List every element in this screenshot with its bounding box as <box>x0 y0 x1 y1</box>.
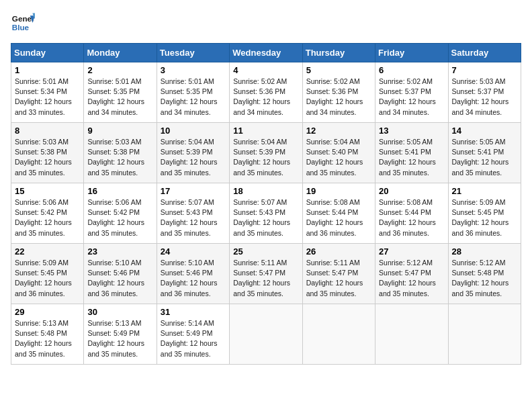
day-number: 11 <box>233 126 298 136</box>
day-number: 1 <box>15 65 80 75</box>
day-info: Sunrise: 5:02 AMSunset: 5:36 PMDaylight:… <box>306 77 371 118</box>
day-cell-28: 28 Sunrise: 5:12 AMSunset: 5:48 PMDaylig… <box>448 244 521 304</box>
day-info: Sunrise: 5:05 AMSunset: 5:41 PMDaylight:… <box>379 137 444 178</box>
weekday-thursday: Thursday <box>302 44 375 62</box>
day-number: 18 <box>233 186 298 196</box>
day-info: Sunrise: 5:09 AMSunset: 5:45 PMDaylight:… <box>15 258 80 299</box>
calendar-week-4: 22 Sunrise: 5:09 AMSunset: 5:45 PMDaylig… <box>11 244 521 304</box>
day-number: 29 <box>15 307 80 317</box>
day-cell-19: 19 Sunrise: 5:08 AMSunset: 5:44 PMDaylig… <box>302 183 375 244</box>
day-cell-27: 27 Sunrise: 5:12 AMSunset: 5:47 PMDaylig… <box>375 244 448 304</box>
day-info: Sunrise: 5:01 AMSunset: 5:35 PMDaylight:… <box>161 77 226 118</box>
day-info: Sunrise: 5:08 AMSunset: 5:44 PMDaylight:… <box>306 197 371 238</box>
day-cell-13: 13 Sunrise: 5:05 AMSunset: 5:41 PMDaylig… <box>375 123 448 183</box>
day-number: 8 <box>15 126 80 136</box>
day-cell-20: 20 Sunrise: 5:08 AMSunset: 5:44 PMDaylig… <box>375 183 448 244</box>
day-cell-29: 29 Sunrise: 5:13 AMSunset: 5:48 PMDaylig… <box>11 304 84 365</box>
day-info: Sunrise: 5:10 AMSunset: 5:46 PMDaylight:… <box>161 258 226 299</box>
day-cell-8: 8 Sunrise: 5:03 AMSunset: 5:38 PMDayligh… <box>11 123 84 183</box>
day-info: Sunrise: 5:14 AMSunset: 5:49 PMDaylight:… <box>161 318 226 359</box>
day-number: 16 <box>87 186 152 196</box>
empty-cell <box>302 304 375 365</box>
day-number: 9 <box>87 126 152 136</box>
day-cell-5: 5 Sunrise: 5:02 AMSunset: 5:36 PMDayligh… <box>302 62 375 123</box>
day-cell-31: 31 Sunrise: 5:14 AMSunset: 5:49 PMDaylig… <box>157 304 229 365</box>
day-info: Sunrise: 5:07 AMSunset: 5:43 PMDaylight:… <box>161 197 226 238</box>
logo-icon: General Blue <box>11 11 35 35</box>
day-number: 20 <box>379 186 444 196</box>
day-number: 6 <box>379 65 444 75</box>
logo: General Blue <box>11 11 35 35</box>
day-number: 2 <box>87 65 152 75</box>
day-info: Sunrise: 5:12 AMSunset: 5:47 PMDaylight:… <box>379 258 444 299</box>
day-cell-6: 6 Sunrise: 5:02 AMSunset: 5:37 PMDayligh… <box>375 62 448 123</box>
calendar-body: 1 Sunrise: 5:01 AMSunset: 5:34 PMDayligh… <box>11 62 521 365</box>
day-cell-14: 14 Sunrise: 5:05 AMSunset: 5:41 PMDaylig… <box>448 123 521 183</box>
day-info: Sunrise: 5:04 AMSunset: 5:39 PMDaylight:… <box>161 137 226 178</box>
day-cell-26: 26 Sunrise: 5:11 AMSunset: 5:47 PMDaylig… <box>302 244 375 304</box>
day-number: 14 <box>452 126 517 136</box>
day-info: Sunrise: 5:01 AMSunset: 5:35 PMDaylight:… <box>87 77 152 118</box>
weekday-saturday: Saturday <box>448 44 521 62</box>
day-info: Sunrise: 5:03 AMSunset: 5:38 PMDaylight:… <box>15 137 80 178</box>
day-cell-1: 1 Sunrise: 5:01 AMSunset: 5:34 PMDayligh… <box>11 62 84 123</box>
day-cell-30: 30 Sunrise: 5:13 AMSunset: 5:49 PMDaylig… <box>84 304 157 365</box>
day-cell-17: 17 Sunrise: 5:07 AMSunset: 5:43 PMDaylig… <box>157 183 229 244</box>
weekday-tuesday: Tuesday <box>157 44 229 62</box>
day-cell-9: 9 Sunrise: 5:03 AMSunset: 5:38 PMDayligh… <box>84 123 157 183</box>
day-cell-3: 3 Sunrise: 5:01 AMSunset: 5:35 PMDayligh… <box>157 62 229 123</box>
day-info: Sunrise: 5:07 AMSunset: 5:43 PMDaylight:… <box>233 197 298 238</box>
day-info: Sunrise: 5:06 AMSunset: 5:42 PMDaylight:… <box>15 197 80 238</box>
weekday-monday: Monday <box>84 44 157 62</box>
calendar-week-2: 8 Sunrise: 5:03 AMSunset: 5:38 PMDayligh… <box>11 123 521 183</box>
day-number: 30 <box>87 307 152 317</box>
day-cell-7: 7 Sunrise: 5:03 AMSunset: 5:37 PMDayligh… <box>448 62 521 123</box>
day-info: Sunrise: 5:04 AMSunset: 5:40 PMDaylight:… <box>306 137 371 178</box>
day-info: Sunrise: 5:04 AMSunset: 5:39 PMDaylight:… <box>233 137 298 178</box>
calendar-table: SundayMondayTuesdayWednesdayThursdayFrid… <box>11 43 521 365</box>
day-number: 24 <box>161 246 226 257</box>
day-number: 19 <box>306 186 371 196</box>
day-number: 4 <box>233 65 298 75</box>
day-cell-4: 4 Sunrise: 5:02 AMSunset: 5:36 PMDayligh… <box>230 62 302 123</box>
day-info: Sunrise: 5:10 AMSunset: 5:46 PMDaylight:… <box>87 258 152 299</box>
day-number: 3 <box>161 65 226 75</box>
weekday-header-row: SundayMondayTuesdayWednesdayThursdayFrid… <box>11 44 521 62</box>
empty-cell <box>375 304 448 365</box>
day-info: Sunrise: 5:02 AMSunset: 5:36 PMDaylight:… <box>233 77 298 118</box>
weekday-wednesday: Wednesday <box>230 44 302 62</box>
day-info: Sunrise: 5:11 AMSunset: 5:47 PMDaylight:… <box>233 258 298 299</box>
day-number: 15 <box>15 186 80 196</box>
empty-cell <box>230 304 302 365</box>
day-cell-25: 25 Sunrise: 5:11 AMSunset: 5:47 PMDaylig… <box>230 244 302 304</box>
day-info: Sunrise: 5:11 AMSunset: 5:47 PMDaylight:… <box>306 258 371 299</box>
day-info: Sunrise: 5:08 AMSunset: 5:44 PMDaylight:… <box>379 197 444 238</box>
day-info: Sunrise: 5:02 AMSunset: 5:37 PMDaylight:… <box>379 77 444 118</box>
calendar-week-5: 29 Sunrise: 5:13 AMSunset: 5:48 PMDaylig… <box>11 304 521 365</box>
day-info: Sunrise: 5:06 AMSunset: 5:42 PMDaylight:… <box>87 197 152 238</box>
day-number: 21 <box>452 186 517 196</box>
day-number: 27 <box>379 246 444 257</box>
day-info: Sunrise: 5:03 AMSunset: 5:37 PMDaylight:… <box>452 77 517 118</box>
day-cell-2: 2 Sunrise: 5:01 AMSunset: 5:35 PMDayligh… <box>84 62 157 123</box>
day-info: Sunrise: 5:13 AMSunset: 5:49 PMDaylight:… <box>87 318 152 359</box>
day-number: 25 <box>233 246 298 257</box>
day-info: Sunrise: 5:13 AMSunset: 5:48 PMDaylight:… <box>15 318 80 359</box>
weekday-friday: Friday <box>375 44 448 62</box>
day-cell-12: 12 Sunrise: 5:04 AMSunset: 5:40 PMDaylig… <box>302 123 375 183</box>
day-number: 10 <box>161 126 226 136</box>
day-number: 26 <box>306 246 371 257</box>
day-cell-11: 11 Sunrise: 5:04 AMSunset: 5:39 PMDaylig… <box>230 123 302 183</box>
day-number: 28 <box>452 246 517 257</box>
day-cell-22: 22 Sunrise: 5:09 AMSunset: 5:45 PMDaylig… <box>11 244 84 304</box>
day-number: 13 <box>379 126 444 136</box>
day-cell-16: 16 Sunrise: 5:06 AMSunset: 5:42 PMDaylig… <box>84 183 157 244</box>
day-cell-21: 21 Sunrise: 5:09 AMSunset: 5:45 PMDaylig… <box>448 183 521 244</box>
day-cell-24: 24 Sunrise: 5:10 AMSunset: 5:46 PMDaylig… <box>157 244 229 304</box>
day-cell-18: 18 Sunrise: 5:07 AMSunset: 5:43 PMDaylig… <box>230 183 302 244</box>
weekday-sunday: Sunday <box>11 44 84 62</box>
day-number: 7 <box>452 65 517 75</box>
day-number: 5 <box>306 65 371 75</box>
empty-cell <box>448 304 521 365</box>
day-info: Sunrise: 5:01 AMSunset: 5:34 PMDaylight:… <box>15 77 80 118</box>
